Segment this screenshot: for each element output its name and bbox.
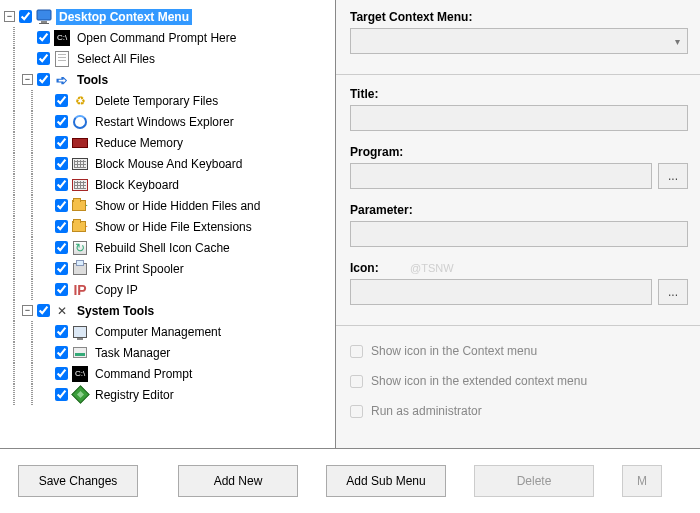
node-label[interactable]: Fix Print Spooler [92, 261, 187, 277]
icon-label: Icon: [350, 261, 688, 275]
tree-node[interactable]: Reduce Memory [4, 132, 331, 153]
node-checkbox[interactable] [55, 115, 68, 128]
tree-node[interactable]: Block Keyboard [4, 174, 331, 195]
show-icon-ctx-checkbox[interactable] [350, 345, 363, 358]
tree-node[interactable]: Registry Editor [4, 384, 331, 405]
menu-tree[interactable]: − Desktop Context Menu C:\ Open Command … [4, 6, 331, 405]
target-label: Target Context Menu: [350, 10, 688, 24]
node-label[interactable]: Delete Temporary Files [92, 93, 221, 109]
program-label: Program: [350, 145, 688, 159]
node-label[interactable]: Open Command Prompt Here [74, 30, 239, 46]
tree-node[interactable]: Computer Management [4, 321, 331, 342]
tree-node[interactable]: Restart Windows Explorer [4, 111, 331, 132]
node-label[interactable]: Rebuild Shell Icon Cache [92, 240, 233, 256]
expander-icon[interactable]: − [22, 305, 33, 316]
add-new-button[interactable]: Add New [178, 465, 298, 497]
tree-node[interactable]: Fix Print Spooler [4, 258, 331, 279]
node-label[interactable]: Command Prompt [92, 366, 195, 382]
node-label[interactable]: Block Mouse And Keyboard [92, 156, 245, 172]
target-combo[interactable] [350, 28, 688, 54]
expander-icon[interactable]: − [22, 74, 33, 85]
node-label[interactable]: System Tools [74, 303, 157, 319]
program-input[interactable] [350, 163, 652, 189]
program-browse-button[interactable]: ... [658, 163, 688, 189]
svg-rect-1 [41, 21, 47, 23]
node-label[interactable]: Reduce Memory [92, 135, 186, 151]
show-icon-ctx-label: Show icon in the Context menu [371, 344, 537, 358]
taskmgr-icon [72, 345, 88, 361]
recycle-icon: ♻ [72, 93, 88, 109]
node-checkbox[interactable] [55, 178, 68, 191]
node-label[interactable]: Select All Files [74, 51, 158, 67]
node-checkbox[interactable] [55, 157, 68, 170]
node-label[interactable]: Restart Windows Explorer [92, 114, 237, 130]
parameter-input[interactable] [350, 221, 688, 247]
computer-icon [72, 324, 88, 340]
save-button[interactable]: Save Changes [18, 465, 138, 497]
add-submenu-button[interactable]: Add Sub Menu [326, 465, 446, 497]
node-label[interactable]: Block Keyboard [92, 177, 182, 193]
tree-node[interactable]: ✦Show or Hide Hidden Files and [4, 195, 331, 216]
node-checkbox[interactable] [55, 325, 68, 338]
title-label: Title: [350, 87, 688, 101]
node-label[interactable]: Computer Management [92, 324, 224, 340]
run-admin-checkbox[interactable] [350, 405, 363, 418]
icon-browse-button[interactable]: ... [658, 279, 688, 305]
ie-icon [72, 114, 88, 130]
node-checkbox[interactable] [55, 136, 68, 149]
node-checkbox[interactable] [19, 10, 32, 23]
bottom-toolbar: Save Changes Add New Add Sub Menu Delete… [0, 449, 700, 513]
tree-node[interactable]: ♻Delete Temporary Files [4, 90, 331, 111]
node-label[interactable]: Registry Editor [92, 387, 177, 403]
title-input[interactable] [350, 105, 688, 131]
node-label[interactable]: Desktop Context Menu [56, 9, 192, 25]
node-label[interactable]: Tools [74, 72, 111, 88]
more-button[interactable]: M [622, 465, 662, 497]
run-admin-label: Run as administrator [371, 404, 482, 418]
node-label[interactable]: Show or Hide File Extensions [92, 219, 255, 235]
tree-node-root[interactable]: − Desktop Context Menu [4, 6, 331, 27]
tree-node[interactable]: Block Mouse And Keyboard [4, 153, 331, 174]
node-checkbox[interactable] [55, 94, 68, 107]
show-icon-ext-label: Show icon in the extended context menu [371, 374, 587, 388]
cmd-icon: C:\ [54, 30, 70, 46]
node-checkbox[interactable] [55, 388, 68, 401]
divider [336, 325, 700, 326]
icon-input[interactable] [350, 279, 652, 305]
node-label[interactable]: Task Manager [92, 345, 173, 361]
node-checkbox[interactable] [37, 73, 50, 86]
tree-node[interactable]: Select All Files [4, 48, 331, 69]
document-icon [54, 51, 70, 67]
folder-icon: ✦ [72, 219, 88, 235]
parameter-label: Parameter: [350, 203, 688, 217]
divider [336, 74, 700, 75]
node-checkbox[interactable] [55, 220, 68, 233]
expander-icon[interactable]: − [4, 11, 15, 22]
folder-icon: ✦ [72, 198, 88, 214]
tree-node-tools[interactable]: − ➪ Tools [4, 69, 331, 90]
keyboard-red-icon [72, 177, 88, 193]
tree-node[interactable]: IPCopy IP [4, 279, 331, 300]
node-checkbox[interactable] [55, 283, 68, 296]
tree-node[interactable]: ↻Rebuild Shell Icon Cache [4, 237, 331, 258]
node-checkbox[interactable] [55, 241, 68, 254]
node-label[interactable]: Copy IP [92, 282, 141, 298]
delete-button[interactable]: Delete [474, 465, 594, 497]
node-label[interactable]: Show or Hide Hidden Files and [92, 198, 263, 214]
node-checkbox[interactable] [55, 262, 68, 275]
tree-node[interactable]: Task Manager [4, 342, 331, 363]
tree-node-system-tools[interactable]: − ✕ System Tools [4, 300, 331, 321]
node-checkbox[interactable] [37, 304, 50, 317]
tree-node[interactable]: C:\ Open Command Prompt Here [4, 27, 331, 48]
node-checkbox[interactable] [55, 199, 68, 212]
node-checkbox[interactable] [55, 367, 68, 380]
node-checkbox[interactable] [55, 346, 68, 359]
node-checkbox[interactable] [37, 31, 50, 44]
tree-node[interactable]: ✦Show or Hide File Extensions [4, 216, 331, 237]
monitor-icon [36, 9, 52, 25]
cache-icon: ↻ [72, 240, 88, 256]
node-checkbox[interactable] [37, 52, 50, 65]
show-icon-ext-checkbox[interactable] [350, 375, 363, 388]
tree-node[interactable]: C:\Command Prompt [4, 363, 331, 384]
registry-icon [72, 387, 88, 403]
